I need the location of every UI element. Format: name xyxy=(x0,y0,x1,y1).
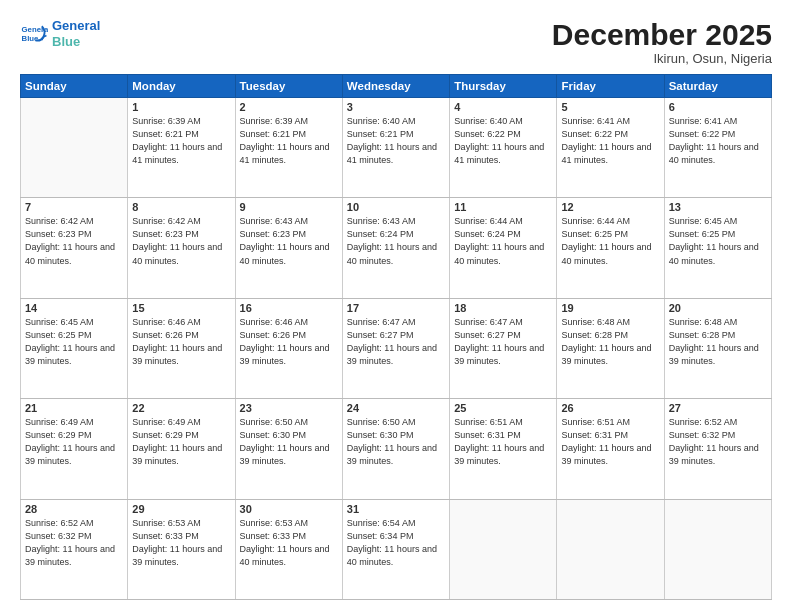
calendar-cell: 17Sunrise: 6:47 AMSunset: 6:27 PMDayligh… xyxy=(342,298,449,398)
calendar-cell: 22Sunrise: 6:49 AMSunset: 6:29 PMDayligh… xyxy=(128,399,235,499)
day-number: 6 xyxy=(669,101,767,113)
day-number: 30 xyxy=(240,503,338,515)
weekday-header-wednesday: Wednesday xyxy=(342,75,449,98)
weekday-header-friday: Friday xyxy=(557,75,664,98)
calendar-cell: 3Sunrise: 6:40 AMSunset: 6:21 PMDaylight… xyxy=(342,98,449,198)
day-info: Sunrise: 6:46 AMSunset: 6:26 PMDaylight:… xyxy=(240,316,338,368)
day-number: 25 xyxy=(454,402,552,414)
logo: General Blue GeneralBlue xyxy=(20,18,100,49)
day-info: Sunrise: 6:39 AMSunset: 6:21 PMDaylight:… xyxy=(240,115,338,167)
day-number: 10 xyxy=(347,201,445,213)
calendar-cell: 29Sunrise: 6:53 AMSunset: 6:33 PMDayligh… xyxy=(128,499,235,599)
calendar-cell: 10Sunrise: 6:43 AMSunset: 6:24 PMDayligh… xyxy=(342,198,449,298)
calendar-cell xyxy=(450,499,557,599)
day-number: 19 xyxy=(561,302,659,314)
day-number: 27 xyxy=(669,402,767,414)
week-row-2: 7Sunrise: 6:42 AMSunset: 6:23 PMDaylight… xyxy=(21,198,772,298)
day-number: 1 xyxy=(132,101,230,113)
calendar-cell: 7Sunrise: 6:42 AMSunset: 6:23 PMDaylight… xyxy=(21,198,128,298)
weekday-header-tuesday: Tuesday xyxy=(235,75,342,98)
calendar-cell: 5Sunrise: 6:41 AMSunset: 6:22 PMDaylight… xyxy=(557,98,664,198)
day-info: Sunrise: 6:45 AMSunset: 6:25 PMDaylight:… xyxy=(669,215,767,267)
calendar-cell: 24Sunrise: 6:50 AMSunset: 6:30 PMDayligh… xyxy=(342,399,449,499)
calendar-cell: 13Sunrise: 6:45 AMSunset: 6:25 PMDayligh… xyxy=(664,198,771,298)
calendar-cell: 8Sunrise: 6:42 AMSunset: 6:23 PMDaylight… xyxy=(128,198,235,298)
calendar-cell: 1Sunrise: 6:39 AMSunset: 6:21 PMDaylight… xyxy=(128,98,235,198)
day-info: Sunrise: 6:40 AMSunset: 6:21 PMDaylight:… xyxy=(347,115,445,167)
day-number: 8 xyxy=(132,201,230,213)
day-info: Sunrise: 6:49 AMSunset: 6:29 PMDaylight:… xyxy=(132,416,230,468)
day-number: 13 xyxy=(669,201,767,213)
day-info: Sunrise: 6:47 AMSunset: 6:27 PMDaylight:… xyxy=(347,316,445,368)
logo-icon: General Blue xyxy=(20,20,48,48)
day-number: 7 xyxy=(25,201,123,213)
calendar-cell: 20Sunrise: 6:48 AMSunset: 6:28 PMDayligh… xyxy=(664,298,771,398)
calendar-cell: 31Sunrise: 6:54 AMSunset: 6:34 PMDayligh… xyxy=(342,499,449,599)
calendar-cell xyxy=(664,499,771,599)
location: Ikirun, Osun, Nigeria xyxy=(552,51,772,66)
day-number: 18 xyxy=(454,302,552,314)
day-number: 2 xyxy=(240,101,338,113)
day-info: Sunrise: 6:49 AMSunset: 6:29 PMDaylight:… xyxy=(25,416,123,468)
page: General Blue GeneralBlue December 2025 I… xyxy=(0,0,792,612)
day-info: Sunrise: 6:52 AMSunset: 6:32 PMDaylight:… xyxy=(669,416,767,468)
day-info: Sunrise: 6:50 AMSunset: 6:30 PMDaylight:… xyxy=(347,416,445,468)
day-number: 16 xyxy=(240,302,338,314)
day-number: 31 xyxy=(347,503,445,515)
day-number: 15 xyxy=(132,302,230,314)
day-info: Sunrise: 6:41 AMSunset: 6:22 PMDaylight:… xyxy=(669,115,767,167)
day-number: 11 xyxy=(454,201,552,213)
calendar-cell: 6Sunrise: 6:41 AMSunset: 6:22 PMDaylight… xyxy=(664,98,771,198)
calendar-cell: 4Sunrise: 6:40 AMSunset: 6:22 PMDaylight… xyxy=(450,98,557,198)
day-info: Sunrise: 6:52 AMSunset: 6:32 PMDaylight:… xyxy=(25,517,123,569)
day-number: 20 xyxy=(669,302,767,314)
day-number: 4 xyxy=(454,101,552,113)
day-info: Sunrise: 6:51 AMSunset: 6:31 PMDaylight:… xyxy=(561,416,659,468)
calendar-cell: 19Sunrise: 6:48 AMSunset: 6:28 PMDayligh… xyxy=(557,298,664,398)
calendar-cell: 27Sunrise: 6:52 AMSunset: 6:32 PMDayligh… xyxy=(664,399,771,499)
calendar-cell: 15Sunrise: 6:46 AMSunset: 6:26 PMDayligh… xyxy=(128,298,235,398)
calendar-cell xyxy=(21,98,128,198)
day-number: 5 xyxy=(561,101,659,113)
calendar-cell: 23Sunrise: 6:50 AMSunset: 6:30 PMDayligh… xyxy=(235,399,342,499)
day-number: 29 xyxy=(132,503,230,515)
title-block: December 2025 Ikirun, Osun, Nigeria xyxy=(552,18,772,66)
day-info: Sunrise: 6:45 AMSunset: 6:25 PMDaylight:… xyxy=(25,316,123,368)
calendar-cell: 9Sunrise: 6:43 AMSunset: 6:23 PMDaylight… xyxy=(235,198,342,298)
logo-text: GeneralBlue xyxy=(52,18,100,49)
calendar-cell: 30Sunrise: 6:53 AMSunset: 6:33 PMDayligh… xyxy=(235,499,342,599)
week-row-4: 21Sunrise: 6:49 AMSunset: 6:29 PMDayligh… xyxy=(21,399,772,499)
weekday-header-row: SundayMondayTuesdayWednesdayThursdayFrid… xyxy=(21,75,772,98)
weekday-header-thursday: Thursday xyxy=(450,75,557,98)
day-info: Sunrise: 6:42 AMSunset: 6:23 PMDaylight:… xyxy=(25,215,123,267)
weekday-header-sunday: Sunday xyxy=(21,75,128,98)
day-number: 28 xyxy=(25,503,123,515)
month-title: December 2025 xyxy=(552,18,772,51)
header: General Blue GeneralBlue December 2025 I… xyxy=(20,18,772,66)
weekday-header-saturday: Saturday xyxy=(664,75,771,98)
day-number: 17 xyxy=(347,302,445,314)
day-number: 24 xyxy=(347,402,445,414)
weekday-header-monday: Monday xyxy=(128,75,235,98)
day-info: Sunrise: 6:46 AMSunset: 6:26 PMDaylight:… xyxy=(132,316,230,368)
day-info: Sunrise: 6:50 AMSunset: 6:30 PMDaylight:… xyxy=(240,416,338,468)
day-info: Sunrise: 6:48 AMSunset: 6:28 PMDaylight:… xyxy=(669,316,767,368)
day-info: Sunrise: 6:40 AMSunset: 6:22 PMDaylight:… xyxy=(454,115,552,167)
day-number: 12 xyxy=(561,201,659,213)
day-number: 3 xyxy=(347,101,445,113)
day-info: Sunrise: 6:42 AMSunset: 6:23 PMDaylight:… xyxy=(132,215,230,267)
day-info: Sunrise: 6:43 AMSunset: 6:24 PMDaylight:… xyxy=(347,215,445,267)
day-info: Sunrise: 6:43 AMSunset: 6:23 PMDaylight:… xyxy=(240,215,338,267)
calendar-cell: 11Sunrise: 6:44 AMSunset: 6:24 PMDayligh… xyxy=(450,198,557,298)
calendar-cell: 18Sunrise: 6:47 AMSunset: 6:27 PMDayligh… xyxy=(450,298,557,398)
day-info: Sunrise: 6:41 AMSunset: 6:22 PMDaylight:… xyxy=(561,115,659,167)
day-info: Sunrise: 6:39 AMSunset: 6:21 PMDaylight:… xyxy=(132,115,230,167)
day-number: 23 xyxy=(240,402,338,414)
day-number: 9 xyxy=(240,201,338,213)
calendar-cell: 12Sunrise: 6:44 AMSunset: 6:25 PMDayligh… xyxy=(557,198,664,298)
calendar-cell: 28Sunrise: 6:52 AMSunset: 6:32 PMDayligh… xyxy=(21,499,128,599)
svg-text:Blue: Blue xyxy=(22,34,40,43)
day-number: 21 xyxy=(25,402,123,414)
week-row-1: 1Sunrise: 6:39 AMSunset: 6:21 PMDaylight… xyxy=(21,98,772,198)
day-info: Sunrise: 6:48 AMSunset: 6:28 PMDaylight:… xyxy=(561,316,659,368)
